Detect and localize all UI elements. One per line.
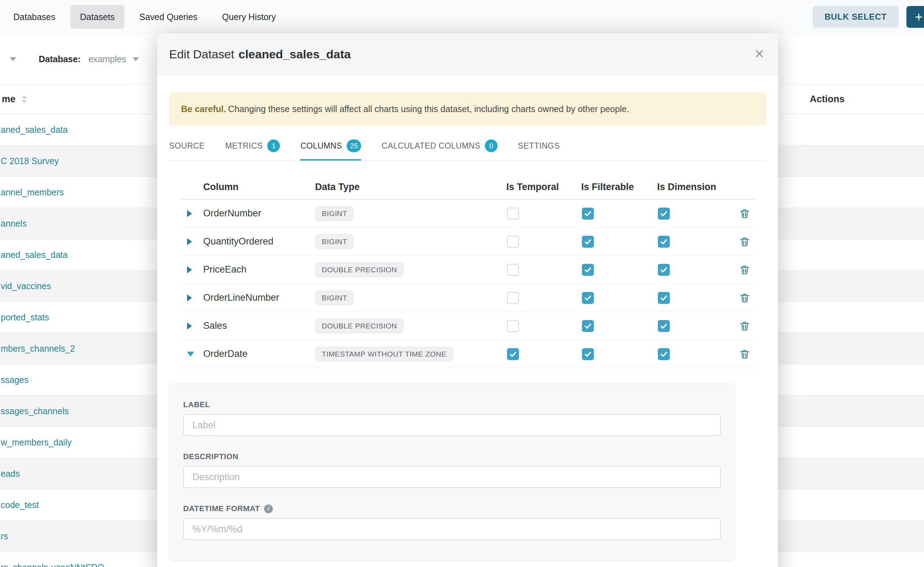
is-temporal-checkbox[interactable] — [507, 320, 519, 332]
label-field-label: LABEL — [183, 400, 721, 409]
delete-icon[interactable] — [739, 264, 751, 276]
is-dimension-checkbox[interactable] — [658, 264, 670, 276]
is-dimension-checkbox[interactable] — [658, 292, 670, 304]
modal-title: Edit Datasetcleaned_sales_data — [169, 47, 351, 61]
tab-source-label: SOURCE — [169, 141, 205, 151]
data-type-pill: BIGINT — [315, 234, 354, 249]
tab-metrics[interactable]: METRICS 1 — [225, 140, 280, 160]
expand-caret-icon[interactable] — [187, 266, 192, 273]
description-field: DESCRIPTION — [183, 452, 721, 488]
label-field: LABEL — [183, 400, 721, 436]
warning-banner-text: Changing these settings will affect all … — [228, 104, 629, 114]
tab-calculated-columns[interactable]: CALCULATED COLUMNS 0 — [381, 140, 498, 160]
chevron-down-icon[interactable] — [10, 57, 16, 61]
header-data-type: Data Type — [315, 182, 506, 192]
is-dimension-checkbox[interactable] — [658, 236, 670, 248]
is-temporal-checkbox[interactable] — [507, 208, 519, 220]
close-icon[interactable]: ✕ — [753, 46, 766, 62]
tab-columns[interactable]: COLUMNS 25 — [300, 140, 361, 160]
dataset-link[interactable]: ported_stats — [1, 312, 49, 322]
chevron-down-icon[interactable] — [132, 57, 139, 61]
header-is-dimension: Is Dimension — [657, 182, 739, 192]
dataset-link[interactable]: rs_channels-uzooNNtSRO — [1, 562, 104, 567]
is-filterable-checkbox[interactable] — [582, 236, 594, 248]
delete-icon[interactable] — [739, 208, 751, 220]
dataset-link[interactable]: eads — [1, 469, 20, 479]
top-nav: DatabasesDatasetsSaved QueriesQuery Hist… — [0, 0, 924, 34]
dataset-link[interactable]: ssages_channels — [1, 406, 69, 416]
nav-item-query-history[interactable]: Query History — [212, 5, 286, 29]
plus-icon: + — [915, 9, 922, 25]
nav-item-saved-queries[interactable]: Saved Queries — [129, 5, 207, 29]
nav-item-databases[interactable]: Databases — [3, 5, 65, 29]
dataset-link[interactable]: annels — [1, 219, 27, 229]
modal-title-dataset-name: cleaned_sales_data — [238, 47, 351, 61]
actions-column-header: Actions — [810, 94, 844, 105]
is-temporal-checkbox[interactable] — [507, 292, 519, 304]
sort-icon[interactable] — [22, 95, 27, 103]
datetime-format-field-label: DATETIME FORMAT — [183, 504, 721, 513]
column-row: OrderDateTIMESTAMP WITHOUT TIME ZONE — [180, 340, 756, 368]
is-dimension-checkbox[interactable] — [658, 320, 670, 332]
expand-caret-icon[interactable] — [187, 294, 192, 302]
top-nav-actions: BULK SELECT + — [813, 6, 924, 28]
modal-header: Edit Datasetcleaned_sales_data ✕ — [157, 33, 778, 75]
is-temporal-checkbox[interactable] — [507, 264, 519, 276]
dataset-link[interactable]: vid_vaccines — [1, 281, 51, 291]
is-filterable-checkbox[interactable] — [582, 208, 594, 220]
dataset-link[interactable]: w_members_daily — [1, 437, 71, 447]
edit-dataset-modal: Edit Datasetcleaned_sales_data ✕ Be care… — [157, 33, 778, 567]
is-filterable-checkbox[interactable] — [582, 320, 594, 332]
dataset-link[interactable]: annel_members — [1, 187, 64, 197]
column-name: OrderNumber — [203, 208, 315, 219]
description-field-label: DESCRIPTION — [183, 452, 721, 461]
column-name: PriceEach — [203, 264, 315, 275]
modal-title-prefix: Edit Dataset — [169, 47, 234, 61]
delete-icon[interactable] — [739, 236, 751, 248]
tab-metrics-label: METRICS — [225, 141, 263, 151]
dataset-link[interactable]: code_test — [1, 500, 39, 510]
is-dimension-checkbox[interactable] — [658, 208, 670, 220]
dataset-link[interactable]: mbers_channels_2 — [1, 344, 75, 354]
column-row: PriceEachDOUBLE PRECISION — [180, 256, 756, 284]
is-filterable-checkbox[interactable] — [582, 348, 594, 360]
tab-settings-label: SETTINGS — [518, 141, 560, 151]
dataset-link[interactable]: aned_sales_data — [1, 125, 68, 135]
expand-caret-icon[interactable] — [187, 210, 192, 217]
collapse-caret-icon[interactable] — [187, 352, 194, 357]
datetime-format-input[interactable] — [183, 518, 721, 540]
is-dimension-checkbox[interactable] — [658, 348, 670, 360]
column-row: OrderLineNumberBIGINT — [180, 284, 756, 312]
is-temporal-checkbox[interactable] — [507, 348, 519, 360]
delete-icon[interactable] — [739, 292, 751, 304]
dataset-link[interactable]: aned_sales_data — [1, 250, 68, 260]
column-name: Sales — [203, 320, 315, 331]
data-type-pill: BIGINT — [315, 206, 354, 221]
delete-icon[interactable] — [739, 348, 751, 360]
nav-item-datasets[interactable]: Datasets — [70, 5, 125, 29]
database-filter-label: Database: — [39, 54, 81, 64]
is-filterable-checkbox[interactable] — [582, 264, 594, 276]
bulk-select-button[interactable]: BULK SELECT — [813, 6, 899, 28]
tab-settings[interactable]: SETTINGS — [518, 140, 560, 160]
tab-source[interactable]: SOURCE — [169, 140, 205, 160]
dataset-link[interactable]: rs — [1, 531, 8, 542]
info-icon[interactable] — [264, 504, 273, 513]
database-filter-value[interactable]: examples — [89, 54, 126, 64]
dataset-link[interactable]: C 2018 Survey — [1, 156, 59, 166]
expand-caret-icon[interactable] — [187, 238, 192, 245]
column-row: SalesDOUBLE PRECISION — [180, 312, 756, 340]
data-type-pill: TIMESTAMP WITHOUT TIME ZONE — [315, 347, 453, 362]
header-is-filterable: Is Filterable — [581, 182, 657, 192]
description-input[interactable] — [183, 466, 721, 488]
expand-caret-icon[interactable] — [187, 322, 192, 330]
column-name: OrderDate — [203, 348, 315, 359]
metrics-count-badge: 1 — [267, 140, 280, 152]
add-dataset-button[interactable]: + — [906, 6, 924, 28]
label-input[interactable] — [183, 414, 721, 436]
is-temporal-checkbox[interactable] — [507, 236, 519, 248]
delete-icon[interactable] — [739, 320, 751, 332]
is-filterable-checkbox[interactable] — [582, 292, 594, 304]
modal-tabs: SOURCE METRICS 1 COLUMNS 25 CALCULATED C… — [169, 140, 766, 160]
dataset-link[interactable]: ssages — [1, 375, 29, 385]
